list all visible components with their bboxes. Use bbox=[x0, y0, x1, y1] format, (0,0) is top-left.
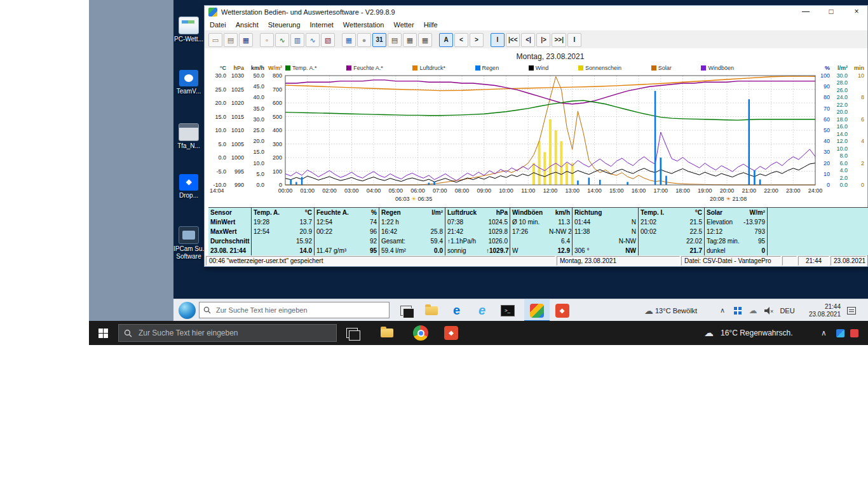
menu-steuerung[interactable]: Steuerung bbox=[268, 21, 301, 29]
toolbar-mode-a-button[interactable]: A bbox=[439, 33, 453, 47]
local-desktop: PC-Wett...TeamV...Tfa_N...Drop...IPCam S… bbox=[89, 0, 868, 345]
x-axis-tick: 12:00 bbox=[539, 187, 561, 194]
legend-swatch bbox=[475, 65, 480, 71]
toolbar-chart-combo-button[interactable]: ▧ bbox=[321, 33, 335, 47]
tray-chevron-icon[interactable]: ∧ bbox=[821, 321, 834, 345]
menu-hilfe[interactable]: Hilfe bbox=[424, 21, 438, 29]
table-cell: N bbox=[608, 217, 638, 227]
axis-tick: 22.0 bbox=[831, 102, 848, 108]
axis-tick: 4 bbox=[850, 138, 864, 144]
tray-speaker-icon[interactable]: × bbox=[762, 299, 776, 321]
menu-ansicht[interactable]: Ansicht bbox=[236, 21, 259, 29]
toolbar-next-button[interactable]: > bbox=[470, 33, 484, 47]
table-cell: MinWert bbox=[208, 217, 251, 227]
maximize-button[interactable]: □ bbox=[822, 6, 841, 19]
toolbar-open-button[interactable]: ▤ bbox=[224, 33, 238, 47]
x-axis-tick: 03:00 bbox=[341, 187, 362, 194]
task-view-icon[interactable] bbox=[343, 324, 361, 342]
toolbar-last-button[interactable]: >>| bbox=[552, 33, 566, 47]
toolbar-clock-button[interactable]: ● bbox=[357, 33, 371, 47]
desktop-icon-label: Drop... bbox=[173, 192, 204, 200]
tray-cloud-icon[interactable]: ☁ bbox=[704, 321, 719, 345]
toolbar-group: ▭▤▦ bbox=[208, 33, 253, 47]
toolbar-chart-wave-button[interactable]: ∿ bbox=[306, 33, 320, 47]
tray-clock[interactable]: 21:44 23.08.2021 bbox=[800, 299, 841, 321]
toolbar-first-button[interactable]: |<< bbox=[506, 33, 520, 47]
table-header-cell: W/m² bbox=[740, 208, 768, 217]
terminal-icon[interactable]: >_ bbox=[499, 302, 516, 319]
x-axis-tick: 13:00 bbox=[562, 187, 583, 194]
remote-search-input[interactable] bbox=[215, 306, 385, 315]
local-search-box[interactable] bbox=[118, 324, 337, 342]
red-app-icon[interactable]: ◆ bbox=[553, 302, 571, 319]
desktop-icon-tfa[interactable]: Tfa_N... bbox=[173, 123, 204, 150]
tray-chevron-icon[interactable]: ∧ bbox=[716, 299, 729, 321]
weather-app-icon[interactable] bbox=[528, 302, 545, 319]
table-cell: 23.08. 21:44 bbox=[208, 246, 251, 255]
desktop-icon-teamviewer[interactable]: TeamV... bbox=[173, 70, 204, 95]
folder-icon[interactable] bbox=[423, 302, 440, 319]
toolbar-copy-button[interactable]: ▫ bbox=[260, 33, 274, 47]
task-view-icon[interactable] bbox=[397, 302, 414, 319]
minimize-button[interactable]: — bbox=[796, 6, 815, 19]
toolbar-step-back-button[interactable]: <| bbox=[521, 33, 535, 47]
close-button[interactable]: × bbox=[847, 6, 866, 19]
menu-internet[interactable]: Internet bbox=[310, 21, 334, 29]
chart-legend: Temp. A.*Feuchte A.*Luftdruck*RegenWindS… bbox=[285, 65, 734, 71]
toolbar-table-1-button[interactable]: ▦ bbox=[403, 33, 417, 47]
toolbar-calendar-button[interactable]: ▦ bbox=[342, 33, 356, 47]
x-axis-tick: 07:00 bbox=[429, 187, 451, 194]
toolbar-range-button[interactable]: ▤ bbox=[388, 33, 402, 47]
toolbar-table-2-button[interactable]: ▦ bbox=[418, 33, 432, 47]
tray-weather-text[interactable]: 13°C Bewölkt bbox=[655, 299, 709, 321]
toolbar-chart-line-button[interactable]: ∿ bbox=[275, 33, 289, 47]
tray-language[interactable]: DEU bbox=[777, 299, 797, 321]
table-cell: 74 bbox=[351, 217, 379, 227]
browser-icon[interactable] bbox=[412, 324, 430, 342]
x-axis-tick: 05:00 bbox=[385, 187, 407, 194]
tray-weather-text[interactable]: 16°C Regenwahrsch. bbox=[721, 321, 793, 345]
table-cell: 96 bbox=[351, 227, 379, 236]
start-button-local[interactable] bbox=[94, 324, 112, 342]
legend-item-wind: Wind bbox=[529, 65, 549, 71]
axis-tick: 70 bbox=[818, 105, 830, 112]
x-axis-tick: 18:00 bbox=[672, 187, 694, 194]
toolbar-save-button[interactable]: ▦ bbox=[239, 33, 253, 47]
tray-app-icon-blue[interactable] bbox=[836, 321, 848, 345]
table-cell: 15.92 bbox=[287, 236, 314, 246]
tray-app-icon-red[interactable] bbox=[850, 321, 862, 345]
axis-tick: 10 bbox=[818, 171, 830, 177]
start-button[interactable] bbox=[179, 302, 196, 319]
tray-onedrive-icon[interactable]: ☁ bbox=[747, 299, 759, 321]
toolbar-new-button[interactable]: ▭ bbox=[208, 33, 222, 47]
remote-search-box[interactable] bbox=[199, 302, 390, 318]
table-cell: 0.0 bbox=[417, 246, 445, 255]
weather-software-icon[interactable]: ◆ bbox=[442, 324, 460, 342]
desktop-icon-ipcam[interactable]: IPCam Su...Software bbox=[173, 226, 204, 261]
tray-cloud-icon[interactable]: ☁ bbox=[642, 299, 655, 321]
table-cell: 12.9 bbox=[547, 246, 572, 255]
menu-wetterstation[interactable]: Wetterstation bbox=[343, 21, 384, 29]
title-bar[interactable]: Wetterstation Bedien- und Auswertesoftwa… bbox=[205, 6, 867, 19]
tray-grid-icon[interactable] bbox=[731, 299, 744, 321]
toolbar-prev-button[interactable]: < bbox=[454, 33, 468, 47]
menu-datei[interactable]: Datei bbox=[210, 21, 226, 29]
axis-tick: 25.0 bbox=[208, 86, 226, 93]
internet-explorer-icon[interactable]: e bbox=[473, 302, 491, 319]
toolbar-step-fwd-button[interactable]: |> bbox=[536, 33, 550, 47]
desktop-icon-dropbox[interactable]: Drop... bbox=[173, 174, 204, 200]
local-search-input[interactable] bbox=[137, 328, 331, 338]
desktop-icon-pc-wetterstation[interactable]: PC-Wett... bbox=[173, 17, 204, 43]
toolbar-interval-2-button[interactable]: I bbox=[567, 33, 581, 47]
folder-icon[interactable] bbox=[378, 324, 396, 342]
menu-wetter[interactable]: Wetter bbox=[393, 21, 414, 29]
action-center-icon[interactable] bbox=[843, 299, 860, 321]
table-cell: 0 bbox=[740, 246, 768, 255]
toolbar-day-31-button[interactable]: 31 bbox=[372, 33, 386, 47]
toolbar-interval-1-button[interactable]: I bbox=[491, 33, 505, 47]
status-file: Datei: CSV-Datei - VantagePro bbox=[681, 256, 781, 266]
axis-tick: 0 bbox=[850, 182, 864, 188]
table-cell: 14.0 bbox=[287, 246, 314, 255]
toolbar-print-button[interactable]: ▥ bbox=[290, 33, 304, 47]
edge-icon[interactable]: e bbox=[448, 302, 465, 319]
